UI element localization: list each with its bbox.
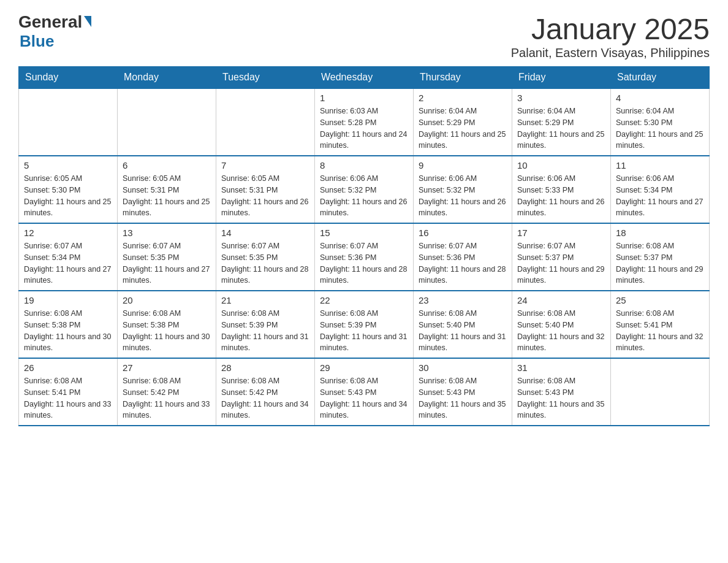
calendar-header-row: SundayMondayTuesdayWednesdayThursdayFrid… [19,67,710,89]
calendar-empty-cell [19,88,118,156]
calendar-week-row-5: 26Sunrise: 6:08 AM Sunset: 5:41 PM Dayli… [19,358,710,426]
day-number-23: 23 [419,295,507,305]
calendar-header-thursday: Thursday [414,67,512,89]
day-number-24: 24 [517,295,605,305]
calendar-empty-cell [611,358,710,426]
calendar-empty-cell [216,88,315,156]
day-number-29: 29 [320,362,408,373]
day-info-9: Sunrise: 6:06 AM Sunset: 5:32 PM Dayligh… [419,173,507,219]
calendar-day-9: 9Sunrise: 6:06 AM Sunset: 5:32 PM Daylig… [414,156,512,223]
calendar-day-4: 4Sunrise: 6:04 AM Sunset: 5:30 PM Daylig… [611,88,710,156]
calendar-day-7: 7Sunrise: 6:05 AM Sunset: 5:31 PM Daylig… [216,156,315,223]
logo-general: General [18,12,82,32]
day-number-27: 27 [123,362,211,373]
day-info-6: Sunrise: 6:05 AM Sunset: 5:31 PM Dayligh… [123,173,211,219]
calendar-day-22: 22Sunrise: 6:08 AM Sunset: 5:39 PM Dayli… [315,291,414,358]
calendar-header-monday: Monday [118,67,216,89]
calendar-week-row-2: 5Sunrise: 6:05 AM Sunset: 5:30 PM Daylig… [19,156,710,223]
calendar-day-12: 12Sunrise: 6:07 AM Sunset: 5:34 PM Dayli… [19,223,118,291]
day-number-20: 20 [123,295,211,305]
day-number-18: 18 [616,228,704,238]
day-number-31: 31 [517,362,605,373]
calendar-day-5: 5Sunrise: 6:05 AM Sunset: 5:30 PM Daylig… [19,156,118,223]
day-number-25: 25 [616,295,704,305]
day-number-21: 21 [221,295,309,305]
day-number-2: 2 [419,93,507,103]
calendar-day-26: 26Sunrise: 6:08 AM Sunset: 5:41 PM Dayli… [19,358,118,426]
day-number-7: 7 [221,160,309,170]
day-info-25: Sunrise: 6:08 AM Sunset: 5:41 PM Dayligh… [616,308,704,354]
calendar-day-23: 23Sunrise: 6:08 AM Sunset: 5:40 PM Dayli… [414,291,512,358]
day-info-31: Sunrise: 6:08 AM Sunset: 5:43 PM Dayligh… [517,375,605,421]
logo: General Blue [18,12,91,51]
location-subtitle: Palanit, Eastern Visayas, Philippines [511,46,710,60]
day-info-14: Sunrise: 6:07 AM Sunset: 5:35 PM Dayligh… [221,240,309,286]
calendar-day-31: 31Sunrise: 6:08 AM Sunset: 5:43 PM Dayli… [512,358,611,426]
day-info-26: Sunrise: 6:08 AM Sunset: 5:41 PM Dayligh… [24,375,112,421]
calendar-day-30: 30Sunrise: 6:08 AM Sunset: 5:43 PM Dayli… [414,358,512,426]
day-number-6: 6 [123,160,211,170]
calendar-day-24: 24Sunrise: 6:08 AM Sunset: 5:40 PM Dayli… [512,291,611,358]
calendar-day-25: 25Sunrise: 6:08 AM Sunset: 5:41 PM Dayli… [611,291,710,358]
calendar-day-20: 20Sunrise: 6:08 AM Sunset: 5:38 PM Dayli… [118,291,216,358]
calendar-day-28: 28Sunrise: 6:08 AM Sunset: 5:42 PM Dayli… [216,358,315,426]
day-number-16: 16 [419,228,507,238]
day-info-4: Sunrise: 6:04 AM Sunset: 5:30 PM Dayligh… [616,105,704,151]
day-info-20: Sunrise: 6:08 AM Sunset: 5:38 PM Dayligh… [123,308,211,354]
day-info-18: Sunrise: 6:08 AM Sunset: 5:37 PM Dayligh… [616,240,704,286]
day-info-1: Sunrise: 6:03 AM Sunset: 5:28 PM Dayligh… [320,105,408,151]
day-number-1: 1 [320,93,408,103]
day-number-10: 10 [517,160,605,170]
day-info-19: Sunrise: 6:08 AM Sunset: 5:38 PM Dayligh… [24,308,112,354]
calendar-day-14: 14Sunrise: 6:07 AM Sunset: 5:35 PM Dayli… [216,223,315,291]
day-info-29: Sunrise: 6:08 AM Sunset: 5:43 PM Dayligh… [320,375,408,421]
page-header: General Blue January 2025 Palanit, Easte… [18,12,710,60]
calendar-day-15: 15Sunrise: 6:07 AM Sunset: 5:36 PM Dayli… [315,223,414,291]
day-info-10: Sunrise: 6:06 AM Sunset: 5:33 PM Dayligh… [517,173,605,219]
day-info-27: Sunrise: 6:08 AM Sunset: 5:42 PM Dayligh… [123,375,211,421]
day-number-14: 14 [221,228,309,238]
day-info-15: Sunrise: 6:07 AM Sunset: 5:36 PM Dayligh… [320,240,408,286]
day-number-4: 4 [616,93,704,103]
day-number-11: 11 [616,160,704,170]
day-info-5: Sunrise: 6:05 AM Sunset: 5:30 PM Dayligh… [24,173,112,219]
day-info-3: Sunrise: 6:04 AM Sunset: 5:29 PM Dayligh… [517,105,605,151]
title-block: January 2025 Palanit, Eastern Visayas, P… [511,12,710,60]
day-number-9: 9 [419,160,507,170]
calendar-day-3: 3Sunrise: 6:04 AM Sunset: 5:29 PM Daylig… [512,88,611,156]
calendar-day-8: 8Sunrise: 6:06 AM Sunset: 5:32 PM Daylig… [315,156,414,223]
calendar-day-2: 2Sunrise: 6:04 AM Sunset: 5:29 PM Daylig… [414,88,512,156]
calendar-header-sunday: Sunday [19,67,118,89]
calendar-day-21: 21Sunrise: 6:08 AM Sunset: 5:39 PM Dayli… [216,291,315,358]
calendar-day-6: 6Sunrise: 6:05 AM Sunset: 5:31 PM Daylig… [118,156,216,223]
calendar-day-13: 13Sunrise: 6:07 AM Sunset: 5:35 PM Dayli… [118,223,216,291]
calendar-header-friday: Friday [512,67,611,89]
calendar-day-1: 1Sunrise: 6:03 AM Sunset: 5:28 PM Daylig… [315,88,414,156]
day-info-24: Sunrise: 6:08 AM Sunset: 5:40 PM Dayligh… [517,308,605,354]
day-number-30: 30 [419,362,507,373]
calendar-table: SundayMondayTuesdayWednesdayThursdayFrid… [18,66,710,426]
day-info-30: Sunrise: 6:08 AM Sunset: 5:43 PM Dayligh… [419,375,507,421]
day-number-22: 22 [320,295,408,305]
day-info-21: Sunrise: 6:08 AM Sunset: 5:39 PM Dayligh… [221,308,309,354]
calendar-week-row-3: 12Sunrise: 6:07 AM Sunset: 5:34 PM Dayli… [19,223,710,291]
calendar-day-29: 29Sunrise: 6:08 AM Sunset: 5:43 PM Dayli… [315,358,414,426]
day-info-8: Sunrise: 6:06 AM Sunset: 5:32 PM Dayligh… [320,173,408,219]
calendar-empty-cell [118,88,216,156]
calendar-day-17: 17Sunrise: 6:07 AM Sunset: 5:37 PM Dayli… [512,223,611,291]
day-info-22: Sunrise: 6:08 AM Sunset: 5:39 PM Dayligh… [320,308,408,354]
day-number-5: 5 [24,160,112,170]
calendar-day-10: 10Sunrise: 6:06 AM Sunset: 5:33 PM Dayli… [512,156,611,223]
logo-triangle-icon [84,16,91,27]
day-info-11: Sunrise: 6:06 AM Sunset: 5:34 PM Dayligh… [616,173,704,219]
calendar-week-row-1: 1Sunrise: 6:03 AM Sunset: 5:28 PM Daylig… [19,88,710,156]
day-info-28: Sunrise: 6:08 AM Sunset: 5:42 PM Dayligh… [221,375,309,421]
month-year-title: January 2025 [511,12,710,46]
day-number-28: 28 [221,362,309,373]
day-number-3: 3 [517,93,605,103]
calendar-day-18: 18Sunrise: 6:08 AM Sunset: 5:37 PM Dayli… [611,223,710,291]
calendar-day-11: 11Sunrise: 6:06 AM Sunset: 5:34 PM Dayli… [611,156,710,223]
day-info-16: Sunrise: 6:07 AM Sunset: 5:36 PM Dayligh… [419,240,507,286]
day-info-13: Sunrise: 6:07 AM Sunset: 5:35 PM Dayligh… [123,240,211,286]
calendar-day-19: 19Sunrise: 6:08 AM Sunset: 5:38 PM Dayli… [19,291,118,358]
